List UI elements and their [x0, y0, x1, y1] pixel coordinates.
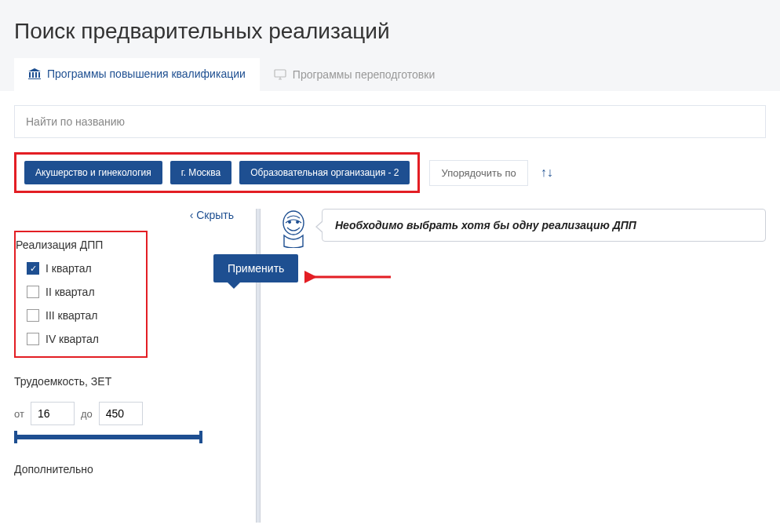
tab-label: Программы повышения квалификации	[47, 67, 246, 80]
filter-realization-annotation: Реализация ДПП ✓ I квартал II квартал II…	[14, 231, 148, 358]
checkbox-q4[interactable]: IV квартал	[16, 333, 138, 345]
chip-specialty[interactable]: Акушерство и гинекология	[24, 161, 162, 184]
labor-title: Трудоемкость, ЗЕТ	[14, 375, 250, 388]
tab-retraining[interactable]: Программы переподготовки	[260, 58, 449, 91]
filter-realization-title: Реализация ДПП	[16, 239, 138, 251]
checkbox-label: IV квартал	[46, 333, 99, 345]
checkbox-label: I квартал	[46, 262, 92, 275]
extra-title: Дополнительно	[14, 463, 250, 476]
checkbox-q3[interactable]: III квартал	[16, 309, 138, 322]
monitor-icon	[274, 69, 286, 80]
checkbox-label: II квартал	[46, 286, 95, 298]
page-title: Поиск предварительных реализаций	[0, 0, 780, 58]
bank-icon	[28, 68, 41, 79]
mascot-icon	[276, 209, 311, 251]
tabs: Программы повышения квалификации Програм…	[14, 58, 766, 91]
notice-speech: Необходимо выбрать хотя бы одну реализац…	[322, 209, 766, 242]
range-inputs: от до	[14, 402, 250, 425]
sort-direction-icon[interactable]: ↑↓	[538, 162, 556, 183]
chip-region[interactable]: г. Москва	[170, 161, 232, 184]
checkbox-icon	[27, 309, 39, 322]
to-label: до	[81, 408, 93, 420]
result-area: Необходимо выбрать хотя бы одну реализац…	[267, 209, 766, 523]
from-label: от	[14, 408, 24, 420]
filter-row: Акушерство и гинекология г. Москва Образ…	[14, 152, 766, 193]
to-input[interactable]	[99, 402, 143, 425]
checkbox-icon	[27, 286, 39, 298]
from-input[interactable]	[31, 402, 75, 425]
range-slider[interactable]	[14, 435, 202, 439]
checkbox-label: III квартал	[46, 309, 97, 322]
notice: Необходимо выбрать хотя бы одну реализац…	[276, 209, 766, 251]
tab-qualification[interactable]: Программы повышения квалификации	[14, 58, 260, 91]
collapse-sidebar[interactable]: Скрыть	[190, 209, 250, 229]
tab-label: Программы переподготовки	[293, 68, 435, 81]
checkbox-icon	[27, 333, 39, 345]
range-handle-left[interactable]	[14, 431, 17, 443]
checkbox-q2[interactable]: II квартал	[16, 286, 138, 298]
range-handle-right[interactable]	[199, 431, 202, 443]
checkbox-q1[interactable]: ✓ I квартал	[16, 262, 138, 275]
arrow-annotation-icon	[304, 265, 399, 292]
chip-organization[interactable]: Образовательная организация - 2	[239, 161, 410, 184]
apply-button[interactable]: Применить	[213, 254, 298, 282]
checkbox-icon: ✓	[27, 262, 39, 275]
filter-chips-annotation: Акушерство и гинекология г. Москва Образ…	[14, 152, 420, 193]
svg-rect-0	[275, 70, 286, 77]
sort-button[interactable]: Упорядочить по	[429, 160, 527, 186]
search-input[interactable]: Найти по названию	[14, 105, 766, 138]
